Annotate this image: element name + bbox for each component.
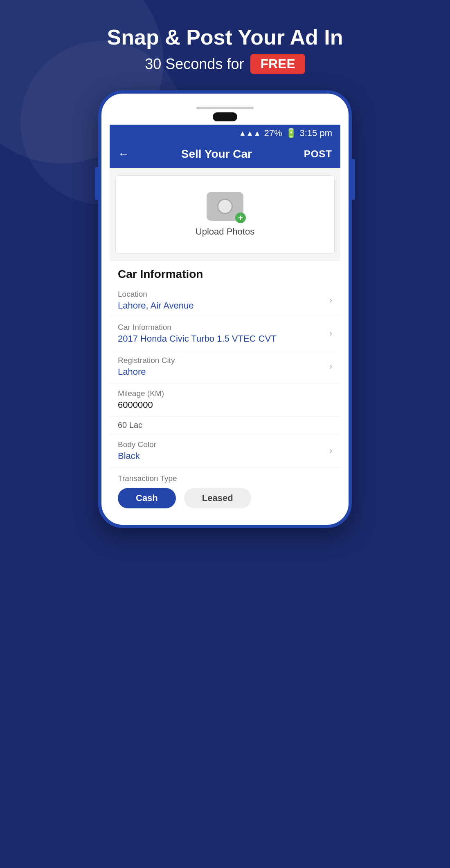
body-color-arrow-icon: › [329, 445, 332, 456]
camera-pill [213, 112, 237, 121]
reg-city-arrow-icon: › [329, 361, 332, 372]
upload-section[interactable]: + Upload Photos [115, 175, 335, 254]
phone-outer: ▲▲▲ 27% 🔋 3:15 pm ← Sell Your Car POST [98, 90, 352, 528]
subtitle-text: 30 Seconds for [145, 56, 244, 73]
cash-button[interactable]: Cash [118, 488, 176, 508]
header-title-line1: Snap & Post Your Ad In [0, 25, 450, 50]
mileage-value: 6000000 [118, 400, 332, 410]
phone-top [110, 102, 340, 125]
price-row: 60 Lac [110, 416, 340, 434]
main-content: + Upload Photos Car Information Location… [110, 175, 340, 517]
phone-wrapper: ▲▲▲ 27% 🔋 3:15 pm ← Sell Your Car POST [0, 90, 450, 528]
back-button[interactable]: ← [118, 148, 129, 161]
upload-label: Upload Photos [196, 226, 254, 237]
post-button[interactable]: POST [304, 148, 332, 160]
car-info-value: 2017 Honda Civic Turbo 1.5 VTEC CVT [118, 333, 277, 344]
signal-icon: ▲▲▲ [239, 129, 261, 138]
body-color-value: Black [118, 451, 156, 461]
nav-title: Sell Your Car [181, 148, 252, 161]
time-text: 3:15 pm [300, 128, 333, 139]
reg-city-label: Registration City [118, 356, 175, 365]
reg-city-value: Lahore [118, 367, 175, 377]
camera-lens [217, 199, 233, 214]
notch-bar [196, 107, 254, 109]
transaction-buttons: Cash Leased [118, 488, 332, 508]
leased-button[interactable]: Leased [184, 488, 251, 508]
car-info-inner: Car Information 2017 Honda Civic Turbo 1… [118, 323, 277, 344]
location-arrow-icon: › [329, 295, 332, 306]
battery-icon: 🔋 [286, 128, 297, 139]
status-bar: ▲▲▲ 27% 🔋 3:15 pm [110, 125, 340, 142]
price-value: 60 Lac [118, 421, 142, 430]
mileage-label: Mileage (KM) [118, 389, 332, 398]
mileage-field: Mileage (KM) 6000000 [110, 383, 340, 416]
car-info-field[interactable]: Car Information 2017 Honda Civic Turbo 1… [110, 317, 340, 350]
camera-icon-wrap: + [207, 192, 243, 221]
body-color-inner: Body Color Black [118, 440, 156, 461]
phone-screen: ▲▲▲ 27% 🔋 3:15 pm ← Sell Your Car POST [110, 102, 340, 517]
reg-city-inner: Registration City Lahore [118, 356, 175, 377]
nav-bar: ← Sell Your Car POST [110, 142, 340, 168]
free-badge: FREE [250, 54, 305, 74]
car-information-title: Car Information [110, 261, 340, 284]
location-inner: Location Lahore, Air Avenue [118, 290, 194, 311]
body-color-label: Body Color [118, 440, 156, 449]
battery-text: 27% [264, 128, 282, 139]
reg-city-field[interactable]: Registration City Lahore › [110, 350, 340, 383]
header-section: Snap & Post Your Ad In 30 Seconds for FR… [0, 0, 450, 90]
header-subtitle: 30 Seconds for FREE [0, 54, 450, 74]
transaction-label: Transaction Type [118, 474, 332, 483]
car-info-arrow-icon: › [329, 328, 332, 339]
location-label: Location [118, 290, 194, 299]
transaction-section: Transaction Type Cash Leased [110, 468, 340, 517]
car-info-label: Car Information [118, 323, 277, 332]
location-value: Lahore, Air Avenue [118, 300, 194, 311]
camera-plus-icon: + [235, 213, 246, 223]
body-color-field[interactable]: Body Color Black › [110, 434, 340, 468]
location-field[interactable]: Location Lahore, Air Avenue › [110, 284, 340, 317]
